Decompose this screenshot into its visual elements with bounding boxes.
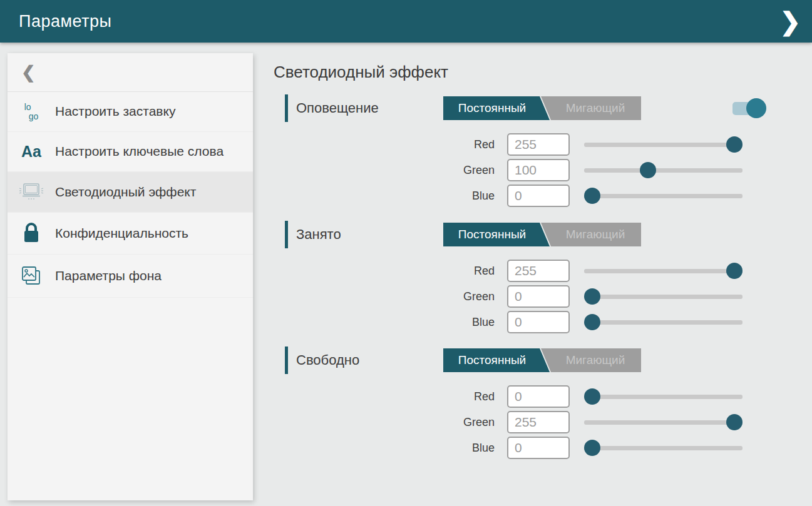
red-value-input[interactable] bbox=[507, 385, 570, 408]
settings-sidebar: ❮ logo Настроить заставку Aa Настроить к… bbox=[8, 53, 253, 500]
mode-toggle: Мигающий Постоянный bbox=[443, 348, 641, 372]
slider-thumb[interactable] bbox=[584, 188, 600, 204]
blue-label: Blue bbox=[274, 316, 495, 329]
mode-toggle: Мигающий Постоянный bbox=[443, 223, 641, 246]
section-alert: Оповещение Мигающий Постоянный Red Green bbox=[274, 94, 774, 123]
section-title: Свободно bbox=[296, 352, 359, 368]
back-chevron-icon: ❮ bbox=[21, 63, 36, 83]
slider-track bbox=[584, 194, 743, 198]
mode-constant-button[interactable]: Постоянный bbox=[443, 223, 550, 246]
sidebar-item-privacy[interactable]: Конфиденциальность bbox=[8, 213, 253, 255]
red-label: Red bbox=[274, 390, 495, 403]
page-title: Параметры bbox=[19, 12, 111, 31]
green-label: Green bbox=[274, 164, 495, 177]
red-slider[interactable] bbox=[584, 260, 743, 282]
green-value-input[interactable] bbox=[507, 159, 570, 181]
sidebar-item-label: Настроить ключевые слова bbox=[55, 143, 227, 159]
sidebar-item-splash-screen[interactable]: logo Настроить заставку bbox=[8, 92, 253, 132]
slider-thumb[interactable] bbox=[584, 288, 600, 305]
mode-blinking-button[interactable]: Мигающий bbox=[541, 96, 641, 120]
red-value-input[interactable] bbox=[507, 133, 570, 156]
section-free: Свободно Мигающий Постоянный Red Green bbox=[274, 346, 774, 375]
sidebar-item-label: Параметры фона bbox=[55, 268, 165, 284]
red-label: Red bbox=[274, 138, 495, 151]
monitor-icon bbox=[8, 181, 55, 203]
switch-knob bbox=[746, 98, 766, 118]
blue-label: Blue bbox=[274, 442, 495, 455]
slider-thumb[interactable] bbox=[726, 414, 743, 430]
red-slider[interactable] bbox=[584, 133, 743, 156]
red-label: Red bbox=[274, 265, 495, 278]
logo-icon: logo bbox=[8, 103, 55, 121]
blue-row: Blue bbox=[274, 311, 743, 333]
slider-thumb[interactable] bbox=[584, 388, 600, 405]
green-value-input[interactable] bbox=[507, 285, 570, 308]
mode-blinking-button[interactable]: Мигающий bbox=[541, 223, 641, 246]
blue-slider[interactable] bbox=[584, 437, 743, 459]
alert-enable-switch[interactable] bbox=[732, 98, 766, 118]
slider-track bbox=[584, 446, 743, 450]
red-row: Red bbox=[274, 260, 743, 282]
mode-constant-button[interactable]: Постоянный bbox=[443, 96, 550, 120]
sidebar-item-label: Светодиодный эффект bbox=[55, 184, 200, 200]
section-accent-bar bbox=[285, 94, 288, 122]
mode-toggle: Мигающий Постоянный bbox=[443, 96, 641, 120]
slider-track bbox=[584, 295, 743, 299]
blue-row: Blue bbox=[274, 185, 743, 207]
pictures-icon bbox=[8, 263, 55, 288]
green-slider[interactable] bbox=[584, 285, 743, 308]
mode-blinking-button[interactable]: Мигающий bbox=[541, 348, 641, 372]
app-header: Параметры ❯ bbox=[0, 0, 812, 43]
keywords-icon: Aa bbox=[8, 143, 55, 161]
section-title: Оповещение bbox=[296, 100, 379, 116]
slider-thumb[interactable] bbox=[726, 263, 743, 279]
red-row: Red bbox=[274, 385, 743, 408]
blue-value-input[interactable] bbox=[507, 437, 570, 459]
sidebar-back-button[interactable]: ❮ bbox=[8, 53, 253, 92]
green-row: Green bbox=[274, 411, 743, 433]
slider-track bbox=[584, 168, 743, 173]
slider-thumb[interactable] bbox=[584, 440, 600, 456]
slider-track bbox=[584, 320, 743, 325]
section-accent-bar bbox=[285, 347, 288, 374]
sidebar-item-keywords[interactable]: Aa Настроить ключевые слова bbox=[8, 132, 253, 172]
red-slider[interactable] bbox=[584, 385, 743, 408]
slider-thumb[interactable] bbox=[640, 162, 656, 178]
slider-track bbox=[584, 143, 743, 147]
section-busy: Занято Мигающий Постоянный Red Green bbox=[274, 220, 774, 249]
green-slider[interactable] bbox=[584, 159, 743, 181]
green-label: Green bbox=[274, 290, 495, 303]
sidebar-item-background[interactable]: Параметры фона bbox=[8, 255, 253, 298]
lock-icon bbox=[8, 221, 55, 245]
blue-row: Blue bbox=[274, 437, 743, 459]
led-effect-panel: Светодиодный эффект Оповещение Мигающий … bbox=[274, 43, 812, 506]
mode-constant-button[interactable]: Постоянный bbox=[443, 348, 550, 372]
section-title: Занято bbox=[296, 226, 341, 243]
blue-slider[interactable] bbox=[584, 311, 743, 333]
slider-track bbox=[584, 269, 743, 273]
green-label: Green bbox=[274, 416, 495, 429]
content-title: Светодиодный эффект bbox=[274, 63, 448, 82]
sidebar-item-label: Конфиденциальность bbox=[55, 225, 192, 241]
green-row: Green bbox=[274, 285, 743, 308]
red-row: Red bbox=[274, 133, 743, 156]
forward-chevron-icon[interactable]: ❯ bbox=[779, 9, 801, 34]
blue-label: Blue bbox=[274, 190, 495, 203]
blue-value-input[interactable] bbox=[507, 311, 570, 333]
section-accent-bar bbox=[285, 221, 288, 248]
blue-slider[interactable] bbox=[584, 185, 743, 207]
blue-value-input[interactable] bbox=[507, 185, 570, 207]
slider-track bbox=[584, 395, 743, 399]
sidebar-item-led-effect[interactable]: Светодиодный эффект bbox=[8, 172, 253, 213]
slider-track bbox=[584, 420, 743, 425]
green-row: Green bbox=[274, 159, 743, 181]
red-value-input[interactable] bbox=[507, 260, 570, 282]
green-slider[interactable] bbox=[584, 411, 743, 433]
green-value-input[interactable] bbox=[507, 411, 570, 433]
slider-thumb[interactable] bbox=[584, 314, 600, 330]
slider-thumb[interactable] bbox=[726, 136, 743, 153]
sidebar-item-label: Настроить заставку bbox=[55, 103, 179, 119]
